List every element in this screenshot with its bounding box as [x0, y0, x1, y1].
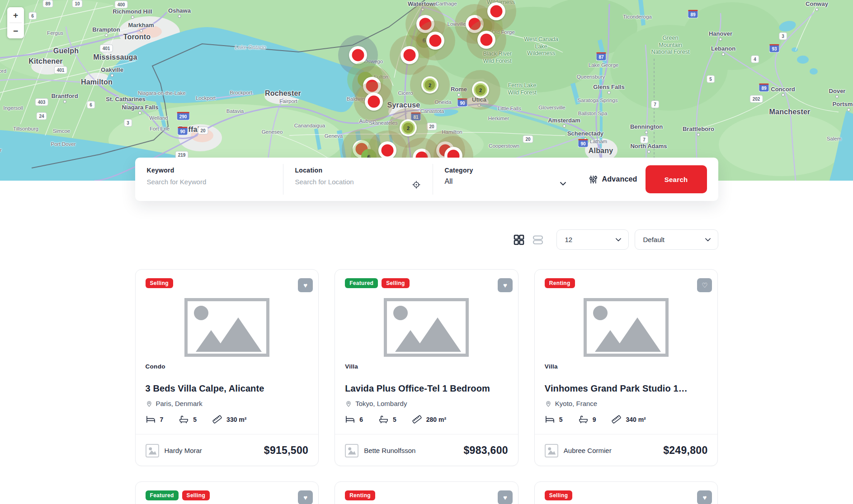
- agent-name[interactable]: Aubree Cormier: [564, 447, 663, 454]
- listing-card[interactable]: Renting ♡ Villa Vinhomes Grand Park Stud…: [534, 269, 718, 466]
- category-select[interactable]: Category All: [433, 158, 576, 201]
- image-placeholder-icon: [188, 301, 266, 354]
- card-footer: Aubree Cormier $249,800: [535, 434, 718, 466]
- favorite-button[interactable]: ♥: [498, 490, 513, 504]
- baths-count: 5: [193, 416, 197, 423]
- per-page-select[interactable]: 12: [556, 229, 629, 250]
- bed-icon: [545, 414, 555, 425]
- favorite-button[interactable]: ♥: [298, 490, 313, 504]
- advanced-label: Advanced: [602, 175, 637, 183]
- favorite-button[interactable]: ♥: [498, 278, 513, 292]
- map-markers-layer: 62226: [0, 0, 853, 181]
- location-input[interactable]: [295, 178, 399, 186]
- agent-avatar: [345, 444, 358, 457]
- ruler-icon: [611, 414, 622, 425]
- area-value: 340 m²: [626, 416, 646, 423]
- area-value: 330 m²: [226, 416, 246, 423]
- search-button[interactable]: Search: [646, 165, 707, 193]
- bed-icon: [345, 414, 355, 425]
- category-value: All: [445, 177, 576, 186]
- real-estate-listing-page: TorontoMississaugaHamiltonKitchenerGuelp…: [0, 0, 853, 504]
- list-view-button[interactable]: [532, 234, 544, 246]
- listing-card[interactable]: FeaturedSelling ♥ Villa Lavida Plus Offi…: [335, 269, 518, 466]
- beds-stat: 5: [545, 414, 563, 425]
- beds-stat: 6: [345, 414, 363, 425]
- bath-icon: [378, 414, 389, 425]
- card-footer: Bette Runolfsson $983,600: [335, 434, 518, 466]
- badge-group: Selling: [545, 490, 572, 500]
- heart-icon: ♥: [703, 494, 707, 501]
- favorite-button[interactable]: ♥: [298, 278, 313, 292]
- listing-price: $249,800: [663, 444, 707, 457]
- listing-title[interactable]: Vinhomes Grand Park Studio 1…: [535, 383, 718, 394]
- locate-me-icon[interactable]: [412, 180, 421, 189]
- listings-grid: Selling ♥ Condo 3 Beds Villa Calpe, Alic…: [135, 269, 718, 504]
- heart-icon: ♥: [303, 494, 307, 501]
- chevron-down-icon: [616, 238, 621, 242]
- image-placeholder: [184, 298, 269, 357]
- location-text: Tokyo, Lombardy: [355, 400, 407, 407]
- status-badge: Selling: [545, 490, 572, 500]
- area-value: 280 m²: [426, 416, 446, 423]
- map-zoom-out-button[interactable]: −: [7, 23, 24, 38]
- sort-value: Default: [643, 236, 665, 243]
- listing-card[interactable]: Renting ♥: [335, 481, 518, 504]
- image-placeholder-icon: [587, 301, 665, 354]
- card-header: Selling ♥: [136, 270, 319, 292]
- list-view-icon: [532, 234, 544, 246]
- card-header: Renting ♡: [535, 270, 718, 292]
- baths-count: 5: [393, 416, 396, 423]
- location-label: Location: [295, 167, 433, 174]
- card-footer: Hardy Morar $915,500: [136, 434, 319, 466]
- badge-group: Renting: [545, 278, 575, 288]
- agent-name[interactable]: Hardy Morar: [165, 447, 264, 454]
- location-field: Location: [283, 158, 433, 201]
- grid-view-button[interactable]: [513, 234, 525, 246]
- listing-location: Kyoto, France: [535, 400, 718, 407]
- sliders-icon: [589, 175, 598, 184]
- listing-card[interactable]: Selling ♥: [534, 481, 718, 504]
- badge-group: Selling: [146, 278, 173, 288]
- search-bar: Keyword Location Category All: [135, 158, 718, 201]
- beds-count: 7: [160, 416, 164, 423]
- agent-avatar: [545, 444, 558, 457]
- per-page-value: 12: [565, 236, 573, 243]
- beds-count: 6: [359, 416, 363, 423]
- map[interactable]: TorontoMississaugaHamiltonKitchenerGuelp…: [0, 0, 853, 181]
- badge-group: Renting: [345, 490, 375, 500]
- agent-avatar: [146, 444, 159, 457]
- bed-icon: [146, 414, 156, 425]
- heart-icon: ♡: [702, 282, 707, 289]
- property-type: Condo: [136, 363, 319, 370]
- listing-card[interactable]: Selling ♥ Condo 3 Beds Villa Calpe, Alic…: [135, 269, 319, 466]
- chevron-down-icon: [560, 182, 566, 186]
- agent-name[interactable]: Bette Runolfsson: [364, 447, 463, 454]
- map-zoom-in-button[interactable]: +: [7, 7, 24, 23]
- keyword-input[interactable]: [147, 178, 251, 186]
- location-text: Kyoto, France: [555, 400, 597, 407]
- card-header: FeaturedSelling ♥: [136, 482, 319, 504]
- image-placeholder: [584, 298, 669, 357]
- favorite-button[interactable]: ♥: [697, 490, 712, 504]
- listing-card[interactable]: FeaturedSelling ♥: [135, 481, 319, 504]
- sort-select[interactable]: Default: [635, 229, 718, 250]
- listing-title[interactable]: Lavida Plus Office-Tel 1 Bedroom: [335, 383, 518, 394]
- listing-title[interactable]: 3 Beds Villa Calpe, Alicante: [136, 383, 319, 394]
- card-header: Renting ♥: [335, 482, 518, 504]
- heart-icon: ♥: [503, 494, 507, 501]
- beds-count: 5: [559, 416, 563, 423]
- property-type: Villa: [535, 363, 718, 370]
- image-placeholder: [384, 298, 469, 357]
- area-stat: 280 m²: [412, 414, 446, 425]
- advanced-filters-button[interactable]: Advanced: [576, 158, 637, 201]
- listing-stats: 6 5 280 m²: [335, 414, 518, 425]
- baths-stat: 5: [378, 414, 396, 425]
- keyword-label: Keyword: [147, 167, 283, 174]
- ruler-icon: [212, 414, 222, 425]
- listing-price: $915,500: [264, 444, 308, 457]
- chevron-down-icon: [705, 238, 711, 242]
- ruler-icon: [412, 414, 422, 425]
- favorite-button[interactable]: ♡: [697, 278, 712, 292]
- listing-location: Paris, Denmark: [136, 400, 319, 407]
- listing-location: Tokyo, Lombardy: [335, 400, 518, 407]
